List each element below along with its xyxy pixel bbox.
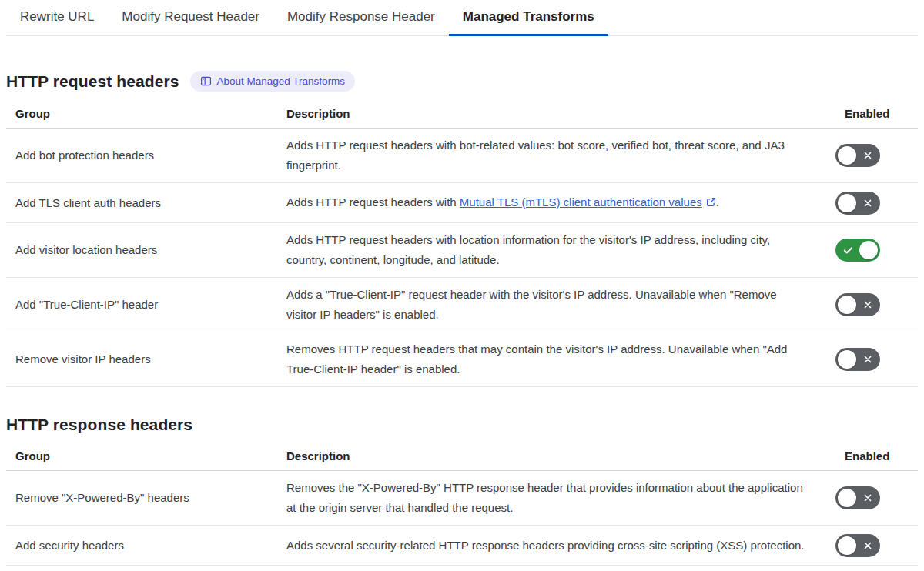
table-header-row: Group Description Enabled [6, 445, 918, 471]
enabled-toggle[interactable] [835, 486, 880, 509]
group-cell: Remove "X-Powered-By" headers [6, 481, 277, 515]
toggle-knob [838, 350, 856, 369]
table-row: Remove visitor IP headers Removes HTTP r… [6, 332, 918, 387]
toggle-knob [838, 296, 856, 314]
group-cell: Add visitor location headers [6, 233, 277, 267]
column-header-enabled: Enabled [835, 102, 918, 128]
response-headers-table: Group Description Enabled Remove "X-Powe… [6, 445, 918, 566]
group-cell: Remove visitor IP headers [6, 342, 277, 376]
table-row: Add TLS client auth headers Adds HTTP re… [6, 183, 918, 223]
check-icon [842, 245, 854, 256]
request-headers-title: HTTP request headers [6, 72, 179, 91]
description-cell: Removes the "X-Powered-By" HTTP response… [277, 471, 835, 525]
x-icon [862, 493, 873, 503]
group-cell: Add TLS client auth headers [6, 186, 277, 220]
managed-transforms-page: Rewrite URL Modify Request Header Modify… [6, 0, 918, 566]
x-icon [862, 540, 873, 551]
external-link-icon [706, 193, 716, 213]
column-header-group: Group [6, 445, 277, 470]
enabled-cell [835, 286, 918, 323]
column-header-enabled: Enabled [835, 445, 918, 470]
table-row: Add bot protection headers Adds HTTP req… [6, 129, 918, 183]
tab-label: Managed Transforms [463, 9, 594, 25]
tab-modify-response-header[interactable]: Modify Response Header [273, 0, 449, 36]
group-cell: Add "True-Client-IP" header [6, 288, 277, 322]
description-cell: Adds HTTP request headers with Mutual TL… [277, 185, 835, 220]
description-cell: Adds HTTP request headers with bot-relat… [277, 129, 835, 182]
table-row: Add "True-Client-IP" header Adds a "True… [6, 278, 918, 332]
tab-label: Rewrite URL [20, 9, 94, 25]
enabled-cell [835, 479, 918, 516]
x-icon [862, 198, 873, 209]
column-header-group: Group [6, 102, 277, 128]
description-cell: Adds HTTP request headers with location … [277, 223, 835, 277]
group-cell: Add security headers [6, 529, 277, 563]
enabled-toggle[interactable] [835, 239, 880, 262]
description-cell: Adds several security-related HTTP respo… [277, 529, 835, 563]
table-header-row: Group Description Enabled [6, 102, 918, 129]
enabled-cell [835, 341, 918, 378]
enabled-toggle[interactable] [835, 144, 880, 167]
enabled-cell [835, 527, 918, 564]
enabled-cell [835, 232, 918, 269]
tab-label: Modify Response Header [287, 9, 435, 25]
toggle-knob [859, 241, 878, 259]
enabled-cell [835, 185, 918, 222]
enabled-toggle[interactable] [835, 534, 880, 557]
about-managed-transforms-label: About Managed Transforms [217, 75, 346, 87]
tab-rewrite-url[interactable]: Rewrite URL [6, 0, 108, 36]
group-cell: Add bot protection headers [6, 139, 277, 172]
tab-label: Modify Request Header [122, 9, 259, 25]
tab-modify-request-header[interactable]: Modify Request Header [108, 0, 273, 36]
table-row: Add visitor location headers Adds HTTP r… [6, 223, 918, 278]
about-managed-transforms-link[interactable]: About Managed Transforms [190, 71, 356, 92]
x-icon [862, 354, 873, 365]
toggle-knob [838, 146, 856, 165]
description-cell: Adds a "True-Client-IP" request header w… [277, 278, 835, 332]
book-icon [200, 75, 212, 87]
description-link[interactable]: Mutual TLS (mTLS) client authentication … [460, 195, 702, 209]
toggle-knob [838, 536, 856, 555]
toggle-knob [838, 489, 856, 507]
column-header-description: Description [277, 102, 835, 128]
enabled-cell [835, 137, 918, 174]
table-row: Add security headers Adds several securi… [6, 526, 918, 566]
column-header-description: Description [277, 445, 835, 470]
response-headers-section: HTTP response headers Group Description … [6, 416, 918, 566]
tab-bar: Rewrite URL Modify Request Header Modify… [6, 0, 918, 36]
toggle-knob [838, 194, 856, 212]
enabled-toggle[interactable] [835, 192, 880, 215]
x-icon [862, 299, 873, 310]
tab-managed-transforms[interactable]: Managed Transforms [449, 0, 608, 36]
response-headers-title: HTTP response headers [6, 416, 192, 434]
request-headers-section: HTTP request headers About Managed Trans… [6, 71, 918, 387]
enabled-toggle[interactable] [835, 348, 880, 371]
enabled-toggle[interactable] [835, 293, 880, 316]
description-cell: Removes HTTP request headers that may co… [277, 332, 835, 386]
table-row: Remove "X-Powered-By" headers Removes th… [6, 471, 918, 526]
request-headers-table: Group Description Enabled Add bot protec… [6, 102, 918, 387]
x-icon [862, 150, 873, 161]
